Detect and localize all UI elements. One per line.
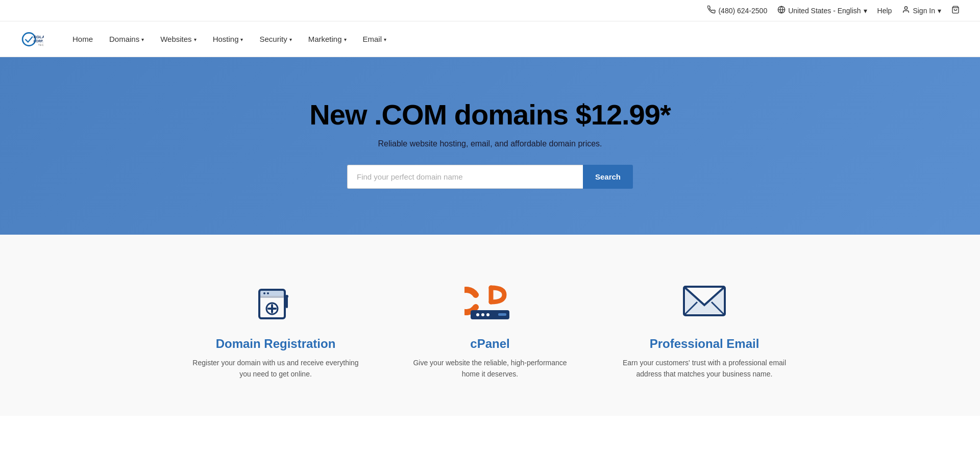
nav-marketing[interactable]: Marketing ▾ [300, 21, 355, 57]
professional-email-desc: Earn your customers' trust with a profes… [618, 357, 791, 380]
cart-icon [951, 6, 960, 15]
domain-search-input[interactable] [347, 165, 583, 189]
logo[interactable]: EGLA CORP. TECH [20, 30, 44, 48]
nav-domains[interactable]: Domains ▾ [101, 21, 152, 57]
feature-cpanel: cPanel Give your website the reliable, h… [383, 265, 597, 395]
logo-icon: EGLA CORP. TECH [20, 30, 44, 48]
hero-subtitle: Reliable website hosting, email, and aff… [20, 139, 960, 148]
svg-point-15 [263, 292, 265, 294]
svg-rect-9 [259, 290, 285, 297]
domain-search-button[interactable]: Search [583, 165, 633, 189]
svg-point-16 [267, 292, 269, 294]
professional-email-title: Professional Email [618, 337, 791, 351]
cart-button[interactable] [951, 6, 960, 15]
security-chevron: ▾ [289, 37, 292, 42]
hosting-chevron: ▾ [240, 37, 243, 42]
feature-professional-email: Professional Email Earn your customers' … [597, 265, 812, 395]
features-section: Domain Registration Register your domain… [0, 235, 980, 416]
top-bar: (480) 624-2500 United States - English ▾… [0, 0, 980, 21]
professional-email-icon [679, 275, 730, 326]
nav-websites[interactable]: Websites ▾ [152, 21, 204, 57]
svg-point-21 [486, 313, 489, 316]
locale-label: United States - English [788, 7, 861, 15]
cpanel-icon [464, 275, 516, 326]
sign-in-label: Sign In [913, 7, 935, 15]
cpanel-desc: Give your website the reliable, high-per… [403, 357, 577, 380]
domain-registration-desc: Register your domain with us and receive… [189, 357, 362, 380]
phone-number: (480) 624-2500 [718, 7, 767, 15]
domain-registration-title: Domain Registration [189, 337, 362, 351]
svg-point-20 [481, 313, 484, 316]
svg-point-2 [905, 7, 908, 9]
svg-text:EGLA: EGLA [34, 35, 44, 39]
help-link[interactable]: Help [877, 7, 892, 15]
nav-hosting[interactable]: Hosting ▾ [205, 21, 252, 57]
signin-chevron: ▾ [938, 7, 941, 15]
nav-security[interactable]: Security ▾ [251, 21, 300, 57]
feature-domain-registration: Domain Registration Register your domain… [168, 265, 383, 395]
phone-contact[interactable]: (480) 624-2500 [707, 6, 767, 15]
svg-point-14 [285, 295, 288, 298]
domain-search-form: Search [347, 165, 633, 189]
marketing-chevron: ▾ [344, 37, 347, 42]
phone-icon [707, 6, 716, 15]
globe-icon [777, 6, 786, 15]
hero-section: New .COM domains $12.99* Reliable websit… [0, 57, 980, 235]
nav-home[interactable]: Home [64, 21, 101, 57]
locale-selector[interactable]: United States - English ▾ [777, 6, 867, 15]
svg-text:CORP.: CORP. [34, 39, 43, 43]
email-chevron: ▾ [384, 37, 386, 42]
hosting-label: Hosting [213, 35, 239, 43]
main-nav: Home Domains ▾ Websites ▾ Hosting ▾ Secu… [64, 21, 960, 57]
cpanel-title: cPanel [403, 337, 577, 351]
locale-chevron: ▾ [864, 7, 867, 15]
svg-point-19 [476, 313, 479, 316]
domains-chevron: ▾ [141, 37, 144, 42]
websites-chevron: ▾ [194, 37, 197, 42]
nav-email[interactable]: Email ▾ [355, 21, 395, 57]
hero-title: New .COM domains $12.99* [20, 98, 960, 131]
help-label: Help [877, 7, 892, 15]
user-icon [902, 6, 910, 15]
main-header: EGLA CORP. TECH Home Domains ▾ Websites … [0, 21, 980, 57]
sign-in-button[interactable]: Sign In ▾ [902, 6, 941, 15]
security-label: Security [259, 35, 287, 43]
domain-registration-icon [250, 275, 301, 326]
svg-rect-22 [498, 313, 506, 316]
svg-text:TECH: TECH [38, 43, 44, 46]
